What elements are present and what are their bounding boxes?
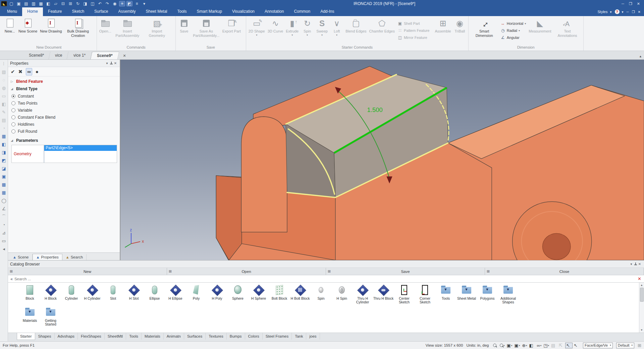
left-tool-icon[interactable]: ▭: [1, 93, 7, 99]
pin-icon[interactable]: [109, 61, 113, 65]
catalog-tab[interactable]: SheetMtl: [105, 333, 126, 340]
ribbon-tab[interactable]: Visualization: [227, 7, 260, 16]
catalog-item[interactable]: H Poly: [207, 284, 227, 304]
ribbon-button[interactable]: New Drawing ▾: [39, 16, 63, 45]
left-tool-icon[interactable]: ◂: [1, 246, 7, 252]
ribbon-tab[interactable]: Tools: [172, 7, 192, 16]
radio-icon[interactable]: [11, 94, 15, 98]
statusbar-tool-icon[interactable]: ◧ ▾: [529, 343, 536, 348]
left-tool-icon[interactable]: ▤: [1, 117, 7, 123]
tab-scroll-up-icon[interactable]: ▲: [637, 55, 644, 59]
quick-access-icon[interactable]: ◉: [112, 1, 118, 6]
blend-type-radio[interactable]: Full Round: [11, 128, 117, 135]
properties-toolbar-icon[interactable]: ✔: [11, 68, 15, 75]
quick-access-icon[interactable]: ▱: [53, 1, 59, 6]
blend-type-radio[interactable]: Two Points: [11, 100, 117, 107]
catalog-tab[interactable]: Textures: [206, 333, 226, 340]
styles-button[interactable]: Styles: [598, 10, 608, 14]
ribbon-button[interactable]: Smart Dimension ▾: [470, 16, 499, 45]
scroll-down-icon[interactable]: ▼: [640, 328, 643, 333]
left-tool-icon[interactable]: ◧: [1, 141, 7, 147]
statusbar-tool-icon[interactable]: ▾: [492, 343, 499, 348]
vice-rounded-wall[interactable]: [241, 117, 287, 232]
catalog-menu-caret-icon[interactable]: ▾: [629, 262, 634, 266]
ribbon-tab[interactable]: Annotation: [260, 7, 289, 16]
statusbar-tool-icon[interactable]: ▣ ▾: [514, 343, 521, 348]
restore-icon[interactable]: ❐: [629, 2, 632, 6]
catalog-item[interactable]: Sheet Metal: [456, 284, 477, 304]
catalog-tab[interactable]: joes: [306, 333, 320, 340]
statusbar-tool-icon[interactable]: ▤ ▾: [550, 343, 557, 348]
statusbar-tool-icon[interactable]: ▣ ▾: [506, 343, 513, 348]
catalog-item[interactable]: H Sphere: [248, 284, 269, 304]
properties-toolbar-icon[interactable]: ●: [36, 68, 39, 75]
catalog-button[interactable]: ⊞ Save: [326, 268, 485, 275]
catalog-tab[interactable]: Colors: [245, 333, 263, 340]
statusbar-tool-icon[interactable]: ▾: [499, 343, 505, 348]
left-tool-icon[interactable]: ⊿: [1, 230, 7, 236]
catalog-button[interactable]: ⊞ New: [8, 268, 167, 275]
dimension-label[interactable]: 1.500: [367, 106, 383, 113]
quick-access-icon[interactable]: ▣: [16, 1, 22, 6]
catalog-item[interactable]: Materials: [19, 306, 40, 326]
search-back-icon[interactable]: ◄: [9, 277, 13, 281]
viewport[interactable]: 1.500 z x: [120, 60, 644, 260]
catalog-item[interactable]: Cylinder: [61, 284, 82, 304]
left-tool-icon[interactable]: ◯: [1, 198, 7, 203]
parameters-section[interactable]: ◢ Parameters: [11, 137, 117, 144]
statusbar-tool-icon[interactable]: ⇱ ▾: [558, 343, 565, 348]
ribbon-tab[interactable]: Sheet Metal: [141, 7, 172, 16]
ribbon-tab[interactable]: Surface: [89, 7, 113, 16]
quick-access-icon[interactable]: ≡: [134, 1, 140, 6]
document-tab[interactable]: vice 1*: [67, 52, 92, 59]
quick-access-icon[interactable]: ◩: [126, 1, 132, 6]
statusbar-tool-icon[interactable]: ↖ ▾: [573, 343, 580, 348]
catalog-item[interactable]: H Slot: [123, 284, 144, 304]
expand-arrow-icon[interactable]: ◢: [11, 139, 14, 142]
catalog-item[interactable]: Spin: [311, 284, 331, 304]
catalog-item[interactable]: Tools: [435, 284, 456, 304]
left-tool-icon[interactable]: ▭: [1, 238, 7, 244]
collapse-arrow-icon[interactable]: ▷: [11, 80, 14, 83]
left-tool-icon[interactable]: ◍: [1, 85, 7, 91]
blend-type-radio[interactable]: Holdlines: [11, 121, 117, 128]
left-tool-icon[interactable]: ▦: [1, 133, 7, 139]
help-caret-icon[interactable]: ▾: [622, 10, 624, 14]
catalog-item[interactable]: Block: [19, 284, 40, 304]
radio-icon[interactable]: [11, 122, 15, 126]
catalog-close-icon[interactable]: ✕: [637, 262, 642, 266]
render-style-dropdown[interactable]: Default▾: [616, 343, 634, 348]
properties-toolbar-icon[interactable]: ✖: [18, 68, 23, 75]
ribbon-button[interactable]: Spin ▾: [300, 16, 315, 45]
panel-menu-caret-icon[interactable]: ▾: [105, 61, 109, 65]
catalog-tab[interactable]: Bumps: [227, 333, 245, 340]
catalog-item[interactable]: Bolt Block: [269, 284, 290, 304]
minimize-icon[interactable]: ─: [622, 2, 624, 6]
catalog-item[interactable]: Thru H Cylinder: [352, 284, 373, 304]
ribbon-tab[interactable]: Smart Markup: [192, 7, 227, 16]
left-tool-icon[interactable]: ◩: [1, 158, 7, 163]
ribbon-button[interactable]: Export Part ▾: [221, 16, 242, 45]
left-tool-icon[interactable]: ◧: [1, 101, 7, 107]
left-tool-icon[interactable]: ┆: [1, 61, 7, 67]
left-tool-icon[interactable]: ▩: [1, 182, 7, 187]
catalog-item[interactable]: H Ellipse: [165, 284, 186, 304]
ribbon-button[interactable]: Sweep ▾: [315, 16, 329, 45]
ribbon-button[interactable]: Loft ▾: [329, 16, 344, 45]
catalog-item[interactable]: H Bolt Block: [290, 284, 311, 304]
ribbon-button[interactable]: Bulk Drawing Creation ▾: [63, 16, 93, 45]
ribbon-button[interactable]: Text Annotations ▾: [553, 16, 582, 45]
catalog-item[interactable]: H Spin: [331, 284, 352, 304]
styles-caret-icon[interactable]: ▾: [610, 10, 612, 14]
left-tool-icon[interactable]: ◔: [1, 222, 7, 228]
ribbon-small-button[interactable]: Shell Part ▾: [397, 20, 432, 26]
ribbon-button[interactable]: 3D Curve ▾: [266, 16, 284, 45]
catalog-item[interactable]: Poly: [186, 284, 207, 304]
selection-filter-dropdown[interactable]: Face/Edge/Ve▾: [583, 343, 613, 348]
ribbon-button[interactable]: Insert Part/Assembly ▾: [113, 16, 142, 45]
statusbar-tool-icon[interactable]: ◳ ▾: [543, 343, 550, 348]
statusbar-tool-icon[interactable]: ⊕ ▾: [521, 343, 528, 348]
catalog-pin-icon[interactable]: [634, 262, 637, 266]
ribbon-small-button[interactable]: Radial ▾: [500, 27, 526, 34]
ribbon-button[interactable]: Save ▾: [177, 16, 192, 45]
